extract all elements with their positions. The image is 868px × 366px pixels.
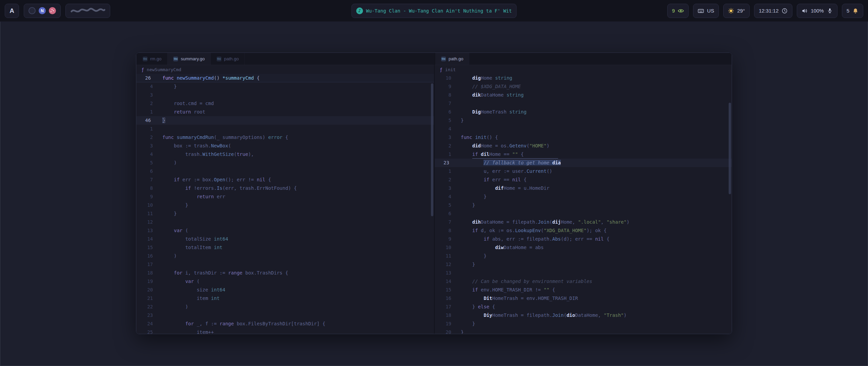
code-line[interactable]: 15 totalItem int: [136, 243, 434, 252]
code-line[interactable]: 10 }: [136, 201, 434, 209]
code-line[interactable]: 20 size int64: [136, 286, 434, 294]
code-text: ): [162, 303, 434, 311]
code-line[interactable]: 5}: [435, 116, 732, 125]
code-line[interactable]: 46}: [136, 116, 434, 125]
app-n-icon[interactable]: N: [39, 7, 46, 14]
code-line[interactable]: 20}: [435, 328, 732, 334]
code-line[interactable]: 19 }: [435, 320, 732, 328]
code-text: for _, f := range box.FilesByTrashDir[tr…: [162, 320, 434, 328]
redacted-window-title[interactable]: [65, 4, 110, 18]
code-line[interactable]: 7 if err := box.Open(); err != nil {: [136, 176, 434, 184]
code-line[interactable]: 18 for i, trashDir := range box.TrashDir…: [136, 269, 434, 277]
code-line[interactable]: 13: [435, 269, 732, 277]
weather-widget[interactable]: 29°: [723, 4, 750, 18]
tab-summary.go[interactable]: Gosummary.go: [167, 53, 211, 65]
line-number: 15: [443, 286, 451, 294]
line-number: 12: [145, 218, 153, 226]
code-area[interactable]: 26func newSummaryCmd() *summaryCmd {4 }3…: [136, 74, 434, 334]
code-line[interactable]: 10 diwDataHome = abs: [435, 243, 732, 252]
code-line[interactable]: 21 item int: [136, 294, 434, 303]
code-line[interactable]: 17 } else {: [435, 303, 732, 311]
code-text: }: [461, 192, 732, 201]
code-line[interactable]: 8 if d, ok := os.LookupEnv("XDG_DATA_HOM…: [435, 226, 732, 235]
tab-path.go[interactable]: Gopath.go: [211, 53, 245, 65]
code-line[interactable]: 9 // $XDG_DATA_HOME: [435, 82, 732, 91]
code-line[interactable]: 14 // Can be changed by environment vari…: [435, 277, 732, 286]
music-widget[interactable]: ♪ Wu-Tang Clan - Wu-Tang Clan Ain't Nuth…: [352, 4, 517, 18]
code-line[interactable]: 23 // fallback to get home dia: [435, 159, 732, 167]
code-line[interactable]: 7 dihDataHome = filepath.Join(dijHome, "…: [435, 218, 732, 226]
code-line[interactable]: 9 return err: [136, 192, 434, 201]
code-line[interactable]: 10 digHome string: [435, 74, 732, 82]
code-line[interactable]: 3: [136, 91, 434, 99]
line-number: 10: [443, 74, 451, 82]
code-line[interactable]: 6 DigHomeTrash string: [435, 108, 732, 116]
code-line[interactable]: 4: [435, 125, 732, 133]
code-line[interactable]: 12: [136, 218, 434, 226]
code-line[interactable]: 19 var (: [136, 277, 434, 286]
clock-widget[interactable]: 12:31:12: [754, 4, 792, 18]
code-text: u, err := user.Current(): [461, 167, 732, 176]
keyboard-layout-widget[interactable]: US: [693, 4, 719, 18]
code-line[interactable]: 8 if !errors.Is(err, trash.ErrNotFound) …: [136, 184, 434, 192]
code-line[interactable]: 2 if err == nil {: [435, 176, 732, 184]
breadcrumb[interactable]: ƒ newSummaryCmd: [136, 65, 434, 74]
code-line[interactable]: 3 difHome = u.HomeDir: [435, 184, 732, 192]
code-line[interactable]: 3 box := trash.NewBox(: [136, 142, 434, 150]
code-line[interactable]: 2 didHome = os.Getenv("HOME"): [435, 142, 732, 150]
code-line[interactable]: 8 dikDataHome string: [435, 91, 732, 99]
code-line[interactable]: 4 }: [136, 82, 434, 91]
code-line[interactable]: 6: [136, 167, 434, 176]
code-line[interactable]: 5 }: [435, 201, 732, 209]
notifications-widget[interactable]: 5: [842, 4, 863, 18]
code-line[interactable]: 11 }: [136, 209, 434, 218]
code-line[interactable]: 12 }: [435, 260, 732, 269]
breadcrumb-label: newSummaryCmd: [147, 67, 181, 72]
code-area[interactable]: 10 digHome string9 // $XDG_DATA_HOME8 di…: [435, 74, 732, 334]
code-line[interactable]: 4 }: [435, 192, 732, 201]
code-line[interactable]: 17: [136, 260, 434, 269]
code-line[interactable]: 16 ): [136, 252, 434, 260]
code-line[interactable]: 25 item++: [136, 328, 434, 334]
code-text: func newSummaryCmd() *summaryCmd {: [162, 74, 434, 82]
code-line[interactable]: 11 }: [435, 252, 732, 260]
tab-rm.go[interactable]: Gorm.go: [137, 53, 167, 65]
symbol-icon: ƒ: [141, 67, 144, 72]
code-line[interactable]: 9 if abs, err := filepath.Abs(d); err ==…: [435, 235, 732, 243]
code-line[interactable]: 6: [435, 209, 732, 218]
breadcrumb[interactable]: ƒ init: [435, 65, 732, 74]
code-text: box := trash.NewBox(: [162, 142, 434, 150]
code-line[interactable]: 13 var (: [136, 226, 434, 235]
code-line[interactable]: 16 DitHomeTrash = env.HOME_TRASH_DIR: [435, 294, 732, 303]
app-circle-icon[interactable]: [28, 7, 36, 14]
scrollbar-thumb[interactable]: [729, 103, 731, 194]
scrollbar-thumb[interactable]: [431, 83, 433, 216]
code-line[interactable]: 1 u, err := user.Current(): [435, 167, 732, 176]
code-line[interactable]: 18 DiyHomeTrash = filepath.Join(dioDataH…: [435, 311, 732, 320]
app-dots-icon[interactable]: [49, 7, 56, 14]
code-line[interactable]: 2 root.cmd = cmd: [136, 99, 434, 108]
launcher-button[interactable]: A: [5, 4, 19, 18]
code-line[interactable]: 5 ): [136, 159, 434, 167]
code-line[interactable]: 14 totalSize int64: [136, 235, 434, 243]
code-line[interactable]: 26func newSummaryCmd() *summaryCmd {: [136, 74, 434, 82]
code-line[interactable]: 23: [136, 311, 434, 320]
watcher-widget[interactable]: 9: [667, 4, 689, 18]
desktop: Gorm.goGosummary.goGopath.go ƒ newSummar…: [0, 22, 868, 366]
code-line[interactable]: 7: [435, 99, 732, 108]
code-text: [461, 269, 732, 277]
code-line[interactable]: 4 trash.WithGetSize(true),: [136, 150, 434, 159]
code-line[interactable]: 1 return root: [136, 108, 434, 116]
code-line[interactable]: 24 for _, f := range box.FilesByTrashDir…: [136, 320, 434, 328]
code-text: [162, 311, 434, 320]
code-line[interactable]: 22 ): [136, 303, 434, 311]
tab-path.go[interactable]: Gopath.go: [435, 53, 469, 65]
code-line[interactable]: 15 if env.HOME_TRASH_DIR != "" {: [435, 286, 732, 294]
code-line[interactable]: 2func summaryCmdRun(_ summaryOptions) er…: [136, 133, 434, 142]
line-number: 5: [443, 201, 451, 209]
bell-icon: [852, 8, 859, 14]
code-line[interactable]: 1 if dilHome == "" {: [435, 150, 732, 159]
volume-widget[interactable]: 100%: [797, 4, 837, 18]
code-line[interactable]: 1: [136, 125, 434, 133]
code-line[interactable]: 3func init() {: [435, 133, 732, 142]
